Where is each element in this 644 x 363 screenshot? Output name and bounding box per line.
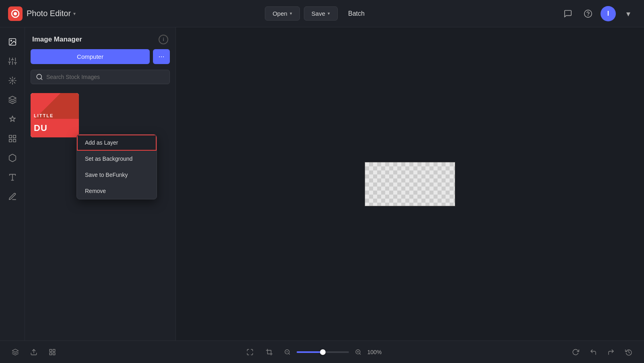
sidebar-enhance-button[interactable] — [4, 110, 21, 128]
save-button[interactable]: Save ▾ — [304, 6, 338, 21]
zoom-out-button[interactable] — [281, 346, 293, 358]
grid-button[interactable] — [45, 345, 60, 359]
zoom-controls: 100% — [281, 346, 386, 358]
svg-rect-28 — [53, 349, 55, 351]
panel-actions: Computer ··· — [25, 49, 175, 70]
export-button[interactable] — [27, 345, 41, 359]
crop-icon — [266, 348, 273, 356]
topbar-right: I ▾ — [560, 6, 636, 21]
app-title-button[interactable]: Photo Editor ▾ — [27, 9, 76, 18]
app-logo — [8, 6, 23, 21]
sidebar-images-button[interactable] — [4, 33, 21, 51]
search-input[interactable] — [46, 74, 165, 80]
svg-rect-19 — [13, 139, 15, 142]
svg-rect-17 — [9, 135, 11, 138]
layers-icon — [8, 95, 17, 104]
svg-rect-27 — [50, 349, 52, 351]
elements-icon — [8, 134, 17, 143]
search-bar — [31, 70, 170, 84]
image-thumbnail[interactable]: LITTLE DU — [31, 93, 79, 137]
open-button[interactable]: Open ▾ — [265, 6, 300, 21]
icon-sidebar — [0, 27, 25, 340]
crop-button[interactable] — [262, 345, 277, 359]
grid-icon — [49, 348, 56, 356]
help-icon-button[interactable] — [580, 6, 596, 21]
layers-toggle-button[interactable] — [8, 345, 23, 359]
batch-label: Batch — [348, 10, 365, 17]
more-dots: ··· — [158, 52, 164, 61]
context-menu-add-layer[interactable]: Add as Layer — [77, 135, 157, 151]
effects-icon — [8, 76, 17, 85]
sidebar-layers-button[interactable] — [4, 91, 21, 109]
thumb-text-little: LITTLE — [34, 113, 54, 118]
chat-icon-button[interactable] — [560, 6, 576, 21]
svg-point-15 — [12, 80, 13, 81]
svg-rect-20 — [9, 139, 11, 142]
zoom-slider-thumb — [320, 349, 326, 355]
batch-button[interactable]: Batch — [342, 7, 371, 21]
zoom-slider[interactable] — [297, 351, 349, 353]
svg-rect-30 — [50, 353, 52, 355]
refresh-button[interactable] — [568, 345, 583, 359]
redo-icon — [607, 348, 615, 356]
enhance-icon — [8, 115, 17, 124]
canvas-area — [176, 27, 644, 340]
bottom-left-controls — [8, 345, 60, 359]
undo-button[interactable] — [586, 345, 601, 359]
search-icon — [36, 73, 43, 81]
app-title-chevron: ▾ — [73, 11, 76, 17]
thumb-text-du: DU — [34, 123, 47, 133]
export-icon — [30, 348, 37, 356]
thumb-bottom: DU — [31, 119, 79, 137]
zoom-in-icon — [355, 349, 361, 355]
image-grid: LITTLE DU — [25, 90, 175, 141]
sidebar-text-button[interactable] — [4, 168, 21, 186]
zoom-slider-fill — [297, 351, 323, 353]
refresh-icon — [572, 348, 579, 356]
svg-point-5 — [10, 40, 12, 41]
expand-icon-button[interactable]: ▾ — [621, 6, 636, 21]
zoom-level: 100% — [367, 349, 386, 355]
more-options-button[interactable]: ··· — [153, 49, 170, 64]
bottom-center-controls: 100% — [243, 345, 386, 359]
sidebar-adjustments-button[interactable] — [4, 52, 21, 70]
bottom-bar: 100% — [0, 340, 644, 363]
svg-line-32 — [289, 353, 290, 355]
sidebar-effects-button[interactable] — [4, 72, 21, 89]
fit-canvas-button[interactable] — [243, 345, 257, 359]
text-icon — [8, 173, 17, 182]
user-avatar[interactable]: I — [601, 6, 616, 21]
history-icon — [625, 348, 632, 356]
context-menu-save-befunky[interactable]: Save to BeFunky — [77, 167, 157, 183]
svg-rect-18 — [13, 135, 15, 138]
zoom-out-icon — [284, 349, 291, 355]
redo-button[interactable] — [604, 345, 618, 359]
svg-point-2 — [584, 10, 592, 17]
svg-line-35 — [359, 353, 361, 355]
layers-bottom-icon — [12, 348, 19, 356]
sidebar-elements-button[interactable] — [4, 130, 21, 147]
context-menu-remove[interactable]: Remove — [77, 183, 157, 199]
topbar-center: Open ▾ Save ▾ Batch — [265, 6, 371, 21]
svg-point-1 — [14, 12, 17, 15]
canvas-image — [365, 162, 455, 206]
svg-marker-16 — [8, 96, 16, 100]
fit-icon — [246, 348, 254, 356]
sidebar-overlays-button[interactable] — [4, 149, 21, 167]
sidebar-graphics-button[interactable] — [4, 188, 21, 205]
help-icon — [584, 9, 592, 18]
svg-rect-29 — [53, 353, 55, 355]
svg-marker-25 — [12, 349, 19, 352]
adjustments-icon — [8, 57, 17, 66]
undo-icon — [590, 348, 597, 356]
panel-header: Image Manager i — [25, 27, 175, 49]
context-menu-set-background[interactable]: Set as Background — [77, 151, 157, 167]
open-chevron: ▾ — [290, 11, 292, 16]
history-button[interactable] — [621, 345, 636, 359]
image-manager-panel: Image Manager i Computer ··· LITTLE — [25, 27, 176, 340]
computer-button[interactable]: Computer — [31, 49, 150, 64]
info-icon[interactable]: i — [159, 35, 168, 44]
bottom-right-controls — [568, 345, 636, 359]
zoom-in-button[interactable] — [352, 346, 364, 358]
topbar: Photo Editor ▾ Open ▾ Save ▾ Batch — [0, 0, 644, 27]
